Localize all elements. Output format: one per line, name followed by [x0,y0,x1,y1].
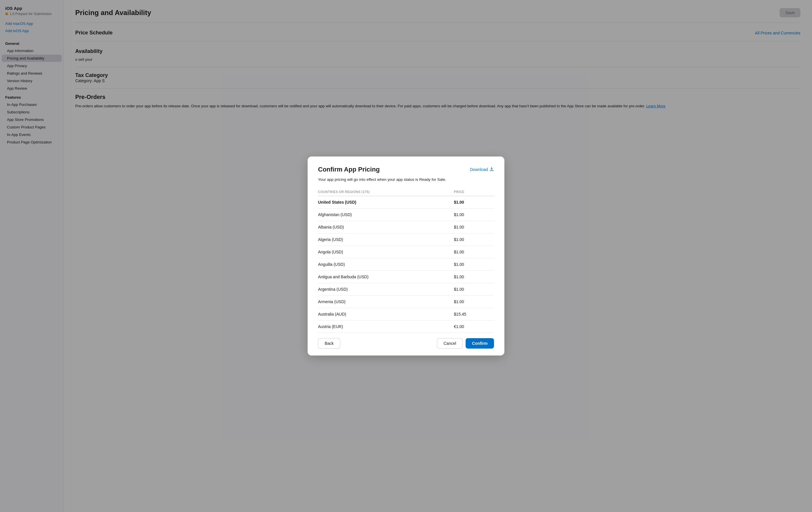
table-cell-country: Antigua and Barbuda (USD) [318,271,448,283]
confirm-button[interactable]: Confirm [466,338,494,349]
table-row: Afghanistan (USD)$1.00 [318,209,494,221]
table-cell-price: $1.00 [448,221,494,234]
back-button[interactable]: Back [318,338,340,349]
table-cell-country: Armenia (USD) [318,296,448,308]
table-row: Albania (USD)$1.00 [318,221,494,234]
modal-footer-right: Cancel Confirm [437,338,494,349]
table-cell-price: $1.00 [448,234,494,246]
table-row: Algeria (USD)$1.00 [318,234,494,246]
modal-inner: Confirm App Pricing Download Your app pr… [308,156,504,333]
table-cell-country: Algeria (USD) [318,234,448,246]
table-cell-price: $1.00 [448,296,494,308]
table-row: Argentina (USD)$1.00 [318,283,494,296]
table-row: Angola (USD)$1.00 [318,246,494,258]
modal-title-row: Confirm App Pricing Download [318,166,494,173]
table-cell-country: Albania (USD) [318,221,448,234]
modal-subtitle: Your app pricing will go into effect whe… [318,177,494,183]
table-cell-country: Angola (USD) [318,246,448,258]
download-link[interactable]: Download [470,167,494,172]
table-cell-price: €1.00 [448,321,494,333]
table-cell-country: Afghanistan (USD) [318,209,448,221]
table-cell-country: Australia (AUD) [318,308,448,321]
table-header-price: PRICE [448,188,494,196]
table-cell-price: $1.00 [448,196,494,209]
table-cell-country: Anguilla (USD) [318,258,448,271]
modal-title: Confirm App Pricing [318,166,380,173]
table-row: Australia (AUD)$15.45 [318,308,494,321]
svg-rect-1 [490,170,494,171]
table-cell-price: $1.00 [448,271,494,283]
table-cell-price: $1.00 [448,246,494,258]
table-cell-country: Argentina (USD) [318,283,448,296]
table-row: Anguilla (USD)$1.00 [318,258,494,271]
download-icon [489,167,494,172]
table-cell-country: Austria (EUR) [318,321,448,333]
table-cell-price: $1.00 [448,283,494,296]
table-cell-price: $1.00 [448,209,494,221]
table-header-country: COUNTRIES OR REGIONS (175) [318,188,448,196]
cancel-button[interactable]: Cancel [437,338,463,349]
confirm-pricing-modal: Confirm App Pricing Download Your app pr… [308,156,504,356]
table-cell-price: $15.45 [448,308,494,321]
modal-footer: Back Cancel Confirm [308,333,504,356]
table-row: Antigua and Barbuda (USD)$1.00 [318,271,494,283]
table-row: Austria (EUR)€1.00 [318,321,494,333]
table-cell-price: $1.00 [448,258,494,271]
pricing-table: COUNTRIES OR REGIONS (175) PRICE United … [318,188,494,333]
table-row: Armenia (USD)$1.00 [318,296,494,308]
table-row: United States (USD)$1.00 [318,196,494,209]
table-cell-country: United States (USD) [318,196,448,209]
modal-overlay: Confirm App Pricing Download Your app pr… [0,0,812,512]
